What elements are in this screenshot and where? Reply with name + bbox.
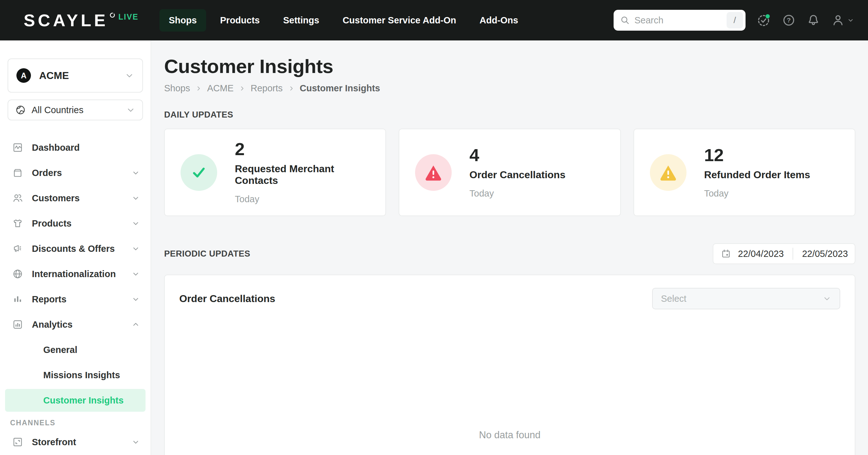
chevron-down-icon [132, 194, 140, 202]
stat-period: Today [469, 188, 565, 199]
shop-name: ACME [39, 70, 69, 82]
topnav-products[interactable]: Products [211, 9, 269, 32]
topnav-settings[interactable]: Settings [274, 9, 329, 32]
channels-section-heading: CHANNELS [7, 416, 143, 429]
user-menu-button[interactable] [831, 13, 854, 27]
slash-shortcut-key: / [726, 12, 743, 28]
main-content: Customer Insights Shops ACME Reports Cus… [151, 40, 868, 455]
date-to-field[interactable]: 22/05/2023 [802, 249, 848, 259]
chevron-down-icon [847, 17, 854, 24]
panel-title: Order Cancellations [179, 293, 275, 305]
notifications-button[interactable] [807, 13, 820, 27]
breadcrumb-reports[interactable]: Reports [251, 83, 283, 93]
panel-header: Order Cancellations Select [179, 288, 840, 309]
sidebar-item-label: Reports [32, 294, 67, 305]
sidebar-item-reports[interactable]: Reports [7, 287, 143, 312]
stat-value: 4 [469, 146, 565, 164]
sidebar-subitem-general[interactable]: General [7, 337, 143, 363]
periodic-updates-heading: PERIODIC UPDATES [164, 249, 250, 259]
stat-label: Refunded Order Items [704, 169, 810, 181]
chevron-down-icon [132, 169, 140, 177]
sidebar-item-label: Products [32, 218, 72, 229]
stat-card-refunded-order-items: 12 Refunded Order Items Today [633, 129, 856, 216]
sidebar-item-orders[interactable]: Orders [7, 160, 143, 186]
status-tasks-button[interactable] [757, 13, 771, 27]
stat-period: Today [235, 194, 370, 204]
analytics-icon [12, 319, 23, 330]
orders-icon [12, 168, 23, 178]
stat-card-requested-merchant-contacts: 2 Requested Merchant Contacts Today [164, 129, 386, 216]
stat-body: 12 Refunded Order Items Today [704, 146, 810, 199]
chevron-down-icon [126, 105, 135, 115]
sidebar-item-customers[interactable]: Customers [7, 186, 143, 211]
svg-text:?: ? [787, 17, 791, 24]
user-icon [831, 13, 845, 27]
live-badge: LIVE [118, 12, 138, 22]
breadcrumb-shops[interactable]: Shops [164, 83, 190, 93]
storefront-icon [12, 437, 23, 448]
sidebar-item-label: Orders [32, 168, 62, 178]
sidebar-item-products[interactable]: Products [7, 211, 143, 236]
sidebar-item-label: Internationalization [32, 269, 116, 279]
chevron-down-icon [132, 219, 140, 227]
stat-body: 4 Order Cancellations Today [469, 146, 565, 199]
chevron-right-icon [195, 85, 202, 92]
sidebar-item-storefront[interactable]: Storefront [7, 429, 143, 455]
sidebar-item-label: Dashboard [32, 142, 80, 153]
sidebar-item-analytics[interactable]: Analytics [7, 312, 143, 337]
success-circle [181, 154, 217, 191]
shop-avatar: A [17, 68, 31, 83]
tshirt-icon [12, 218, 23, 229]
warning-circle [650, 154, 686, 191]
search-input[interactable] [634, 15, 726, 26]
topnav-shops[interactable]: Shops [159, 9, 207, 32]
dashboard-icon [12, 142, 23, 153]
date-divider [793, 248, 793, 260]
breadcrumb: Shops ACME Reports Customer Insights [164, 83, 856, 93]
chevron-down-icon [132, 295, 140, 303]
bar-chart-icon [12, 294, 23, 305]
stat-value: 2 [235, 140, 370, 158]
topnav-customer-service-add-on[interactable]: Customer Service Add-On [333, 9, 466, 32]
country-label: All Countries [32, 105, 83, 115]
sidebar-subitem-customer-insights[interactable]: Customer Insights [5, 389, 146, 412]
sidebar-item-discounts-offers[interactable]: Discounts & Offers [7, 236, 143, 261]
chevron-down-icon [132, 245, 140, 253]
periodic-updates-row: PERIODIC UPDATES 22/04/2023 22/05/2023 [164, 243, 856, 264]
breadcrumb-acme[interactable]: ACME [207, 83, 234, 93]
search-box[interactable]: / [614, 10, 746, 31]
earth-icon [15, 105, 26, 115]
sidebar-subitem-missions-insights[interactable]: Missions Insights [7, 363, 143, 388]
logo-circle-icon [110, 12, 115, 18]
country-selector[interactable]: All Countries [7, 99, 143, 120]
stat-label: Order Cancellations [469, 169, 565, 181]
logo-text: SCAYLE [24, 12, 108, 29]
danger-circle [415, 154, 452, 191]
topbar: SCAYLE LIVE Shops Products Settings Cust… [0, 0, 868, 40]
sidebar-item-dashboard[interactable]: Dashboard [7, 135, 143, 160]
date-from-field[interactable]: 22/04/2023 [738, 249, 784, 259]
alert-triangle-icon [424, 163, 443, 182]
help-icon: ? [782, 13, 796, 27]
chevron-down-icon [823, 294, 831, 303]
sidebar-item-internationalization[interactable]: Internationalization [7, 261, 143, 287]
stat-value: 12 [704, 146, 810, 164]
sidebar-subitem-label: General [43, 345, 77, 355]
date-range-picker[interactable]: 22/04/2023 22/05/2023 [713, 243, 856, 264]
topnav-add-ons[interactable]: Add-Ons [470, 9, 527, 32]
sidebar: A ACME All Countries Dashboard Orders [0, 40, 151, 455]
sidebar-menu: Dashboard Orders Customers Products [7, 135, 143, 455]
help-button[interactable]: ? [782, 13, 796, 27]
metric-select[interactable]: Select [652, 288, 840, 309]
select-placeholder: Select [661, 293, 686, 304]
shop-selector[interactable]: A ACME [7, 58, 143, 92]
sidebar-item-label: Analytics [32, 319, 72, 330]
scayle-logo[interactable]: SCAYLE LIVE [24, 12, 138, 29]
sidebar-item-label: Customers [32, 193, 80, 203]
daily-updates-heading: DAILY UPDATES [164, 110, 856, 120]
sidebar-subitem-label: Missions Insights [43, 370, 120, 380]
globe-icon [12, 268, 23, 279]
calendar-icon [721, 249, 731, 259]
sidebar-item-label: Storefront [32, 437, 76, 448]
sidebar-subitem-label: Customer Insights [43, 395, 124, 406]
